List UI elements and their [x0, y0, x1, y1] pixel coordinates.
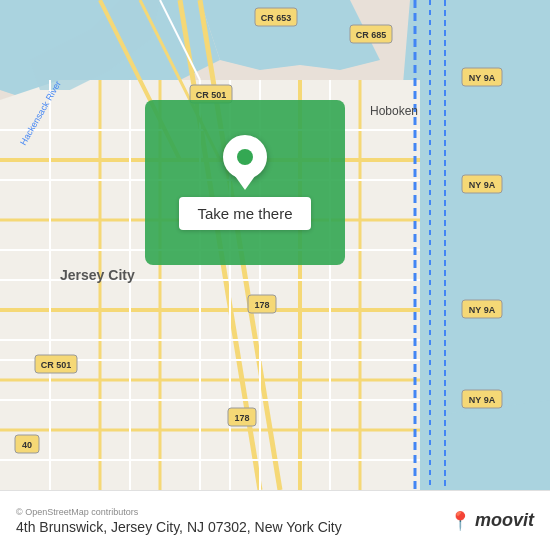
pin-tail — [235, 176, 255, 190]
svg-text:40: 40 — [22, 440, 32, 450]
svg-text:178: 178 — [254, 300, 269, 310]
svg-text:CR 685: CR 685 — [356, 30, 387, 40]
info-bar: © OpenStreetMap contributors 4th Brunswi… — [0, 490, 550, 550]
svg-text:NY 9A: NY 9A — [469, 395, 496, 405]
svg-text:NY 9A: NY 9A — [469, 73, 496, 83]
moovit-label: moovit — [475, 510, 534, 531]
svg-text:NY 9A: NY 9A — [469, 180, 496, 190]
svg-text:CR 653: CR 653 — [261, 13, 292, 23]
svg-text:CR 501: CR 501 — [41, 360, 72, 370]
svg-text:CR 501: CR 501 — [196, 90, 227, 100]
pin-dot — [237, 149, 253, 165]
map-container: CR 653 CR 685 CR 501 CR 501 178 178 40 N… — [0, 0, 550, 490]
location-pin — [223, 135, 267, 187]
moovit-logo: 📍 moovit — [449, 510, 534, 532]
copyright-text: © OpenStreetMap contributors — [16, 507, 342, 517]
svg-text:NY 9A: NY 9A — [469, 305, 496, 315]
take-me-there-button[interactable]: Take me there — [179, 197, 310, 230]
svg-text:Hoboken: Hoboken — [370, 104, 418, 118]
address-text: 4th Brunswick, Jersey City, NJ 07302, Ne… — [16, 519, 342, 535]
info-left: © OpenStreetMap contributors 4th Brunswi… — [16, 507, 342, 535]
pin-circle — [223, 135, 267, 179]
moovit-pin-icon: 📍 — [449, 510, 471, 532]
location-callout: Take me there — [145, 100, 345, 265]
svg-text:Jersey City: Jersey City — [60, 267, 135, 283]
svg-text:178: 178 — [234, 413, 249, 423]
